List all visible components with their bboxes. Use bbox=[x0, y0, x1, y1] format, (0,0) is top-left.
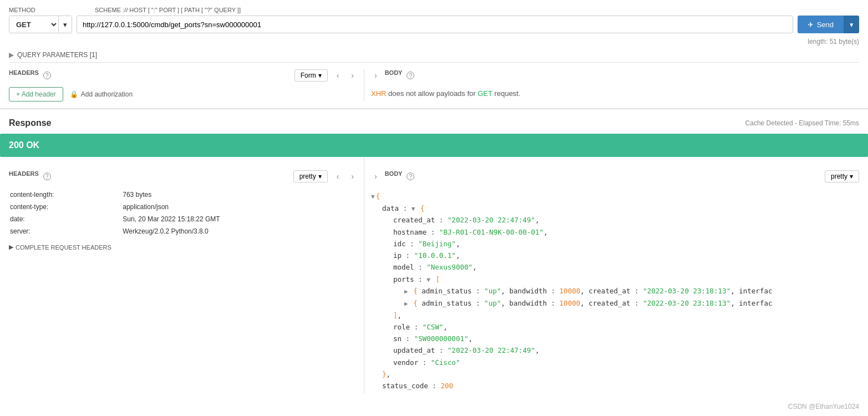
response-body-label: BODY bbox=[385, 170, 403, 177]
send-dropdown-button[interactable]: ▾ bbox=[844, 16, 859, 33]
response-headers-table: content-length:763 bytescontent-type:app… bbox=[9, 188, 357, 238]
scheme-label: SCHEME :// HOST [ ":" PORT ] [ PATH [ "?… bbox=[95, 7, 859, 13]
query-params-label: QUERY PARAMETERS [1] bbox=[17, 51, 97, 59]
cache-info: Cache Detected - Elapsed Time: 55ms bbox=[745, 119, 859, 127]
status-bar: 200 OK bbox=[0, 134, 868, 157]
add-authorization-button[interactable]: 🔒 Add authorization bbox=[70, 90, 133, 98]
lock-icon: 🔒 bbox=[70, 90, 78, 98]
method-dropdown-arrow[interactable]: ▾ bbox=[58, 16, 72, 33]
complete-headers-label: COMPLETE REQUEST HEADERS bbox=[16, 244, 111, 251]
get-link[interactable]: GET bbox=[478, 89, 493, 98]
resp-body-pretty-dropdown-icon: ▾ bbox=[850, 173, 853, 180]
send-icon: ✈ bbox=[808, 21, 814, 29]
request-headers-label: HEADERS bbox=[9, 69, 39, 76]
resp-headers-collapse-right-icon[interactable]: › bbox=[348, 171, 357, 182]
resp-body-pretty-label: pretty bbox=[831, 173, 847, 180]
method-select[interactable]: GET POST PUT DELETE bbox=[9, 16, 58, 33]
xhr-note: XHR does not allow payloads for GET requ… bbox=[371, 87, 859, 98]
response-headers-label: HEADERS bbox=[9, 170, 39, 177]
form-label: Form bbox=[301, 72, 316, 79]
body-collapse-left-icon[interactable]: › bbox=[371, 70, 380, 81]
send-label: Send bbox=[817, 21, 834, 29]
headers-info-icon[interactable]: ? bbox=[43, 72, 51, 79]
response-body-info-icon[interactable]: ? bbox=[407, 173, 414, 180]
response-header-row: content-type:application/json bbox=[10, 201, 356, 212]
headers-collapse-right-icon[interactable]: › bbox=[348, 70, 357, 81]
length-note: length: 51 byte(s) bbox=[9, 38, 859, 45]
json-viewer: ▼{ data : ▼ { created_at : "2022-03-20 2… bbox=[371, 188, 859, 394]
response-headers-info-icon[interactable]: ? bbox=[43, 173, 51, 180]
response-body-pretty-button[interactable]: pretty ▾ bbox=[825, 170, 859, 182]
add-header-button[interactable]: + Add header bbox=[9, 87, 63, 102]
pretty-dropdown-icon: ▾ bbox=[318, 173, 322, 180]
complete-request-headers-toggle[interactable]: ▶ COMPLETE REQUEST HEADERS bbox=[9, 243, 357, 251]
complete-headers-arrow-icon: ▶ bbox=[9, 243, 13, 251]
send-button[interactable]: ✈ Send bbox=[798, 16, 844, 33]
query-params-arrow-icon: ▶ bbox=[9, 51, 14, 59]
response-headers-pretty-button[interactable]: pretty ▾ bbox=[293, 170, 328, 182]
headers-collapse-left-icon[interactable]: ‹ bbox=[333, 70, 343, 81]
response-title: Response bbox=[9, 118, 51, 128]
method-select-wrapper[interactable]: GET POST PUT DELETE ▾ bbox=[9, 16, 72, 33]
request-body-label: BODY bbox=[385, 69, 403, 76]
url-input[interactable] bbox=[77, 16, 793, 33]
resp-body-collapse-left-icon[interactable]: › bbox=[371, 171, 380, 182]
method-label: METHOD bbox=[9, 7, 95, 13]
pretty-label: pretty bbox=[300, 173, 316, 180]
response-header-row: date:Sun, 20 Mar 2022 15:18:22 GMT bbox=[10, 214, 356, 225]
xhr-link[interactable]: XHR bbox=[371, 89, 386, 98]
resp-headers-collapse-left-icon[interactable]: ‹ bbox=[333, 171, 343, 182]
body-info-icon[interactable]: ? bbox=[407, 72, 414, 79]
response-header-row: content-length:763 bytes bbox=[10, 189, 356, 200]
response-header-row: server:Werkzeug/2.0.2 Python/3.8.0 bbox=[10, 226, 356, 237]
form-button[interactable]: Form ▾ bbox=[295, 69, 328, 82]
form-dropdown-icon: ▾ bbox=[318, 72, 322, 79]
query-params-toggle[interactable]: ▶ QUERY PARAMETERS [1] bbox=[9, 48, 859, 62]
